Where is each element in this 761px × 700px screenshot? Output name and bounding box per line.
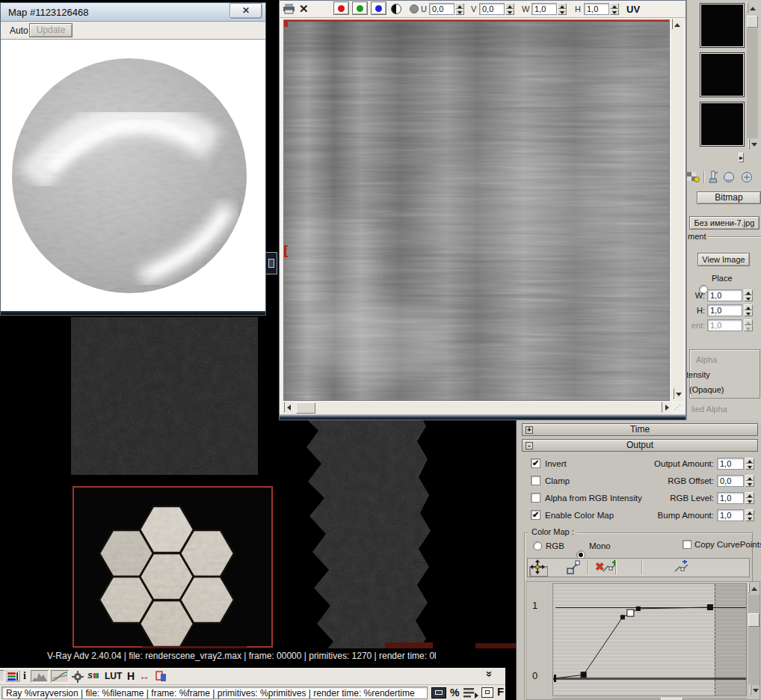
sample-slot[interactable] — [700, 53, 744, 96]
curve-scroll-up-icon[interactable] — [748, 583, 750, 593]
font-icon[interactable]: F — [497, 685, 504, 698]
h-value-field[interactable] — [584, 3, 609, 15]
print-icon[interactable] — [283, 3, 295, 14]
srgb-icon[interactable]: s — [87, 669, 99, 681]
rollout-time[interactable]: + Time — [522, 423, 758, 436]
checkbox-alpha-from-rgb[interactable] — [531, 493, 540, 503]
texture-canvas[interactable] — [283, 19, 670, 401]
comment-icon[interactable] — [481, 687, 493, 698]
update-button[interactable]: Update — [29, 23, 73, 37]
slots-scroll-thumb[interactable] — [747, 16, 758, 28]
w-spinner[interactable] — [558, 3, 567, 15]
stamp-toggle-icon[interactable] — [431, 687, 446, 699]
curve-scroll-down-icon[interactable] — [750, 684, 751, 695]
sample-type-icon[interactable] — [707, 171, 719, 184]
compare-swap-icon[interactable]: ↔ — [139, 670, 150, 682]
text-align-icon[interactable] — [463, 688, 478, 699]
map-window-titlebar[interactable]: Map #1123126468 ✕ — [1, 3, 265, 22]
curve-point-selected[interactable] — [627, 610, 634, 616]
lut-icon[interactable]: LUT — [105, 671, 122, 681]
backlight-icon[interactable] — [723, 171, 736, 184]
delete-view-icon[interactable]: ✕ — [299, 2, 309, 16]
h-crop-field[interactable] — [707, 304, 742, 316]
v-spinner[interactable] — [505, 3, 514, 15]
scale-point-tool[interactable] — [566, 568, 583, 577]
h-spinner[interactable] — [610, 3, 619, 15]
percent-vars-icon[interactable]: % — [450, 687, 459, 699]
slots-next-icon[interactable]: ▸ — [739, 153, 744, 162]
clipped-icon[interactable] — [0, 670, 4, 682]
curve-line[interactable] — [553, 584, 747, 696]
curve-point-handle[interactable] — [620, 615, 624, 619]
scroll-left-icon[interactable] — [283, 402, 285, 412]
curve-vscroll-thumb[interactable] — [748, 613, 760, 627]
close-icon[interactable]: ✕ — [229, 3, 262, 19]
rgb-level-spinner[interactable] — [745, 492, 754, 504]
rgb-offset-spinner[interactable] — [745, 475, 754, 487]
bump-amount-field[interactable] — [717, 509, 744, 521]
curve-plot-area[interactable] — [552, 583, 747, 696]
gear-icon[interactable] — [72, 671, 84, 683]
resize-gr ip[interactable]: ⋰ — [674, 404, 683, 413]
sample-uv-tiling-icon[interactable] — [741, 171, 754, 184]
map-type-button[interactable]: Bitmap — [697, 191, 761, 204]
red-channel-button[interactable] — [333, 1, 349, 15]
checkbox-clamp[interactable] — [531, 476, 540, 485]
mono-channel-icon[interactable] — [391, 4, 401, 14]
v-value-field[interactable] — [479, 3, 505, 15]
stamp-template-field[interactable] — [1, 687, 428, 699]
collapse-icon[interactable]: - — [526, 442, 533, 449]
bitmap-filename-button[interactable]: Без имени-7.jpg — [689, 216, 760, 230]
checkbox-invert[interactable]: ✔ — [531, 458, 540, 468]
checkbox-enable-color-map[interactable]: ✔ — [531, 510, 540, 520]
color-curves-icon[interactable] — [51, 670, 69, 683]
histogram-icon[interactable] — [31, 670, 49, 683]
texture-vscrollbar[interactable] — [671, 19, 683, 401]
ab-layers-icon[interactable] — [155, 671, 167, 682]
move-curve-tool[interactable] — [674, 568, 689, 577]
curve-point-corner[interactable] — [707, 605, 712, 610]
force-h-icon[interactable]: H — [127, 670, 135, 682]
jitter-field[interactable] — [707, 319, 742, 331]
curve-point-handle[interactable] — [636, 607, 640, 610]
delete-point-tool[interactable]: ✖ — [595, 560, 605, 574]
copy-curvepoints-checkbox[interactable] — [683, 540, 691, 549]
sample-slot[interactable] — [700, 102, 744, 146]
slots-scroll-up-icon[interactable] — [747, 2, 748, 13]
view-image-button[interactable]: View Image — [697, 253, 750, 266]
texture-hscrollbar[interactable] — [283, 402, 671, 414]
output-amount-field[interactable] — [717, 458, 744, 470]
add-point-tool[interactable] — [603, 568, 620, 577]
info-icon[interactable]: i — [23, 670, 26, 682]
expand-icon[interactable]: + — [526, 426, 533, 434]
slots-scroll-down-icon[interactable] — [748, 138, 750, 149]
jitter-spinner[interactable] — [744, 319, 753, 331]
curve-point-corner[interactable] — [581, 672, 586, 678]
sample-slot[interactable] — [700, 4, 744, 47]
rollout-output[interactable]: - Output — [522, 439, 758, 452]
u-value-field[interactable] — [429, 3, 455, 15]
collapse-chevrons-icon[interactable]: » — [484, 671, 496, 677]
output-amount-spinner[interactable] — [745, 458, 754, 470]
w-value-field[interactable] — [532, 3, 557, 15]
auto-toggle[interactable]: Auto — [10, 25, 28, 36]
w-crop-field[interactable] — [707, 289, 742, 301]
green-channel-button[interactable] — [352, 1, 368, 15]
hscroll-thumb[interactable] — [296, 402, 315, 414]
h-crop-spinner[interactable] — [744, 304, 753, 316]
move-point-tool[interactable] — [529, 566, 548, 577]
curve-point-end[interactable] — [554, 675, 556, 682]
w-crop-spinner[interactable] — [744, 289, 753, 301]
show-background-icon[interactable] — [687, 171, 700, 183]
bump-amount-spinner[interactable] — [745, 509, 754, 521]
blue-channel-button[interactable] — [371, 1, 386, 15]
scroll-down-icon[interactable] — [673, 388, 674, 399]
scroll-right-icon[interactable] — [661, 402, 662, 412]
u-spinner[interactable] — [455, 3, 464, 15]
rgb-offset-field[interactable] — [717, 475, 744, 487]
docked-window-edge[interactable] — [265, 252, 277, 274]
rgb-channels-icon[interactable] — [6, 671, 20, 682]
slots-scroll-track[interactable] — [747, 28, 758, 138]
rgb-radio[interactable] — [533, 541, 542, 550]
alpha-channel-icon[interactable] — [410, 4, 419, 13]
